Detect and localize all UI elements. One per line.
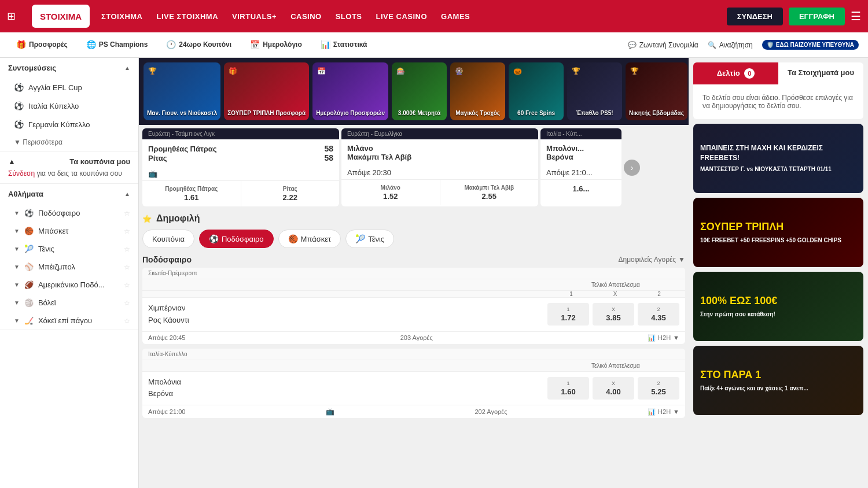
featured-match-icon-0: 📺 <box>142 167 339 180</box>
more-label: Περισσότερα <box>23 138 62 146</box>
more-markets-1[interactable]: 202 Αγορές <box>475 408 507 415</box>
featured-odd2-1[interactable]: Μακάμπι Τελ Αβίβ 2.55 <box>440 180 539 205</box>
tab-basketball[interactable]: 🏀 Μπάσκετ <box>278 230 341 248</box>
promo-card-icon-5: 🎃 <box>513 67 522 75</box>
promo-card-icon-6: 🏆 <box>572 67 580 75</box>
sidebar-sport-volleyball[interactable]: ▼ 🏐 Βόλεϊ ☆ <box>0 294 138 312</box>
sidebar-sport-hockey[interactable]: ▼ 🏒 Χόκεϊ επί πάγου ☆ <box>0 312 138 330</box>
promo-card-super-triple[interactable]: 🎁 ΣΟΥΠΕΡ ΤΡΙΠΛΗ Προσφορά <box>224 62 309 120</box>
sidebar-item-efl-cup[interactable]: ⚽ Αγγλία EFL Cup <box>0 78 138 97</box>
featured-next-arrow[interactable]: › <box>624 160 640 176</box>
promo-card-calendar[interactable]: 📅 Ημερολόγιο Προσφορών <box>312 62 388 120</box>
promo-banner-1[interactable]: ΣΟΥΠΕΡ ΤΡΙΠΛΗ 10€ FREEBET +50 FREESPINS … <box>693 198 863 267</box>
hamburger-menu[interactable]: ☰ <box>851 9 861 23</box>
team2-1: Βερόνα <box>148 388 543 400</box>
featured-match-league-1: Ευρώπη - Ευρωλίγκα <box>341 128 538 139</box>
nav-slots[interactable]: SLOTS <box>336 12 362 21</box>
tab-coupons[interactable]: Κουπόνια <box>142 230 194 248</box>
football-star[interactable]: ☆ <box>124 209 130 217</box>
search-button[interactable]: 🔍 Αναζήτηση <box>708 41 753 49</box>
coupons-login-link[interactable]: Σύνδεση <box>8 169 35 178</box>
sidebar-item-germany-cup[interactable]: ⚽ Γερμανία Κύπελλο <box>0 115 138 134</box>
tab-tennis[interactable]: 🎾 Τένις <box>345 230 394 248</box>
sidebar-item-italy-cup[interactable]: ⚽ Ιταλία Κύπελλο <box>0 97 138 115</box>
nav-offers[interactable]: 🎁 Προσφορές <box>9 32 75 57</box>
grid-icon[interactable]: ⊞ <box>7 10 16 23</box>
live-chat-button[interactable]: 💬 Ζωντανή Συνομιλία <box>628 41 698 49</box>
nav-stoixima[interactable]: ΣΤΟΙΧΗΜΑ <box>101 12 143 21</box>
promo-banner-sub-3: Παίξε 4+ αγώνες και αν χάσεις 1 ανεπ... <box>700 385 808 393</box>
featured-team2-row-1: Μακάμπι Τελ Αβίβ <box>347 153 532 161</box>
chevron-down-markets: ▼ <box>678 256 685 264</box>
hockey-star[interactable]: ☆ <box>124 317 130 325</box>
register-button[interactable]: ΕΓΓΡΑΦΗ <box>789 8 845 25</box>
sidebar-sport-basketball[interactable]: ▼ 🏀 Μπάσκετ ☆ <box>0 222 138 240</box>
shortcuts-label: Συντομεύσεις <box>8 64 56 72</box>
promo-banner-3[interactable]: ΣΤΟ ΠΑΡΑ 1 Παίξε 4+ αγώνες και αν χάσεις… <box>693 346 863 415</box>
volleyball-icon: 🏐 <box>24 298 34 307</box>
promo-banner-0[interactable]: ΜΠΑΙΝΕΙΣ ΣΤΗ ΜΑΧΗ ΚΑΙ ΚΕΡΔΙΖΕΙΣ FREEBETS… <box>693 124 863 193</box>
sidebar-sport-tennis[interactable]: ▼ 🎾 Τένις ☆ <box>0 240 138 258</box>
odd-btn-2-1[interactable]: 2 5.25 <box>638 377 679 400</box>
tab-football[interactable]: ⚽ Ποδόσφαιρο <box>199 230 274 248</box>
featured-odd1-0[interactable]: Προμηθέας Πάτρας 1.61 <box>142 181 241 206</box>
match-odds-0: 1 1.72 Χ 3.85 2 4.35 <box>547 303 679 326</box>
featured-odd2-0[interactable]: Ρίτας 2.22 <box>241 181 340 206</box>
shortcuts-more[interactable]: ▼ Περισσότερα <box>0 134 138 151</box>
shortcuts-header[interactable]: Συντομεύσεις ▲ <box>0 58 138 78</box>
promo-card-icon-1: 🎁 <box>229 67 237 75</box>
h2h-button-0[interactable]: 📊 H2H ▼ <box>648 334 679 342</box>
sidebar-sport-american-football[interactable]: ▼ 🏈 Αμερικάνικο Ποδό... ☆ <box>0 276 138 294</box>
sidebar-sport-football[interactable]: ▼ ⚽ Ποδόσφαιρο ☆ <box>0 204 138 222</box>
basketball-star[interactable]: ☆ <box>124 227 130 235</box>
american-football-icon: 🏈 <box>24 280 34 289</box>
promo-card-ps5[interactable]: 🏆 Έπαθλο PS5! <box>567 62 622 120</box>
nav-ps-champions[interactable]: 🌐 PS Champions <box>79 32 155 57</box>
promo-card-ps-champions[interactable]: 🏆 Μαν. Γιουν. vs Νιούκαστλ <box>144 62 220 120</box>
basketball-icon: 🏀 <box>24 227 34 235</box>
login-button[interactable]: ΣΥΝΔΕΣΗ <box>727 8 783 25</box>
more-markets-0[interactable]: 203 Αγορές <box>400 334 433 341</box>
nav-calendar[interactable]: 📅 Ημερολόγιο <box>243 32 309 57</box>
site-logo[interactable]: STOIXIMA <box>32 5 90 28</box>
coupons-label: Τα κουπόνια μου <box>69 157 130 166</box>
betslip-tab-my-bets[interactable]: Τα Στοιχήματά μου <box>778 62 863 84</box>
featured-time-2: Απόψε 21:0... <box>540 166 621 179</box>
nav-24h-coupon[interactable]: 🕐 24ωρο Κουπόνι <box>159 32 238 57</box>
sports-section: Αθλήματα ▲ ▼ ⚽ Ποδόσφαιρο ☆ ▼ 🏀 Μπάσκετ … <box>0 184 138 330</box>
sports-header[interactable]: Αθλήματα ▲ <box>0 184 138 204</box>
h2h-button-1[interactable]: 📊 H2H ▼ <box>648 408 679 416</box>
promo-card-cash[interactable]: 🎰 3.000€ Μετρητά <box>392 62 447 120</box>
main-layout: Συντομεύσεις ▲ ⚽ Αγγλία EFL Cup ⚽ Ιταλία… <box>0 58 868 488</box>
odd-btn-1-1[interactable]: 1 1.60 <box>547 377 589 400</box>
nav-stats[interactable]: 📊 Στατιστικά <box>314 32 374 57</box>
odd-btn-2-0[interactable]: 2 4.35 <box>638 303 679 326</box>
odd-btn-1-0[interactable]: 1 1.72 <box>547 303 589 326</box>
odd-btn-x-0[interactable]: Χ 3.85 <box>593 303 634 326</box>
american-football-star[interactable]: ☆ <box>124 281 130 289</box>
promo-card-wheel[interactable]: 🎡 Μαγικός Τροχός <box>450 62 505 120</box>
nav-virtuals[interactable]: VIRTUALS+ <box>232 12 277 21</box>
volleyball-star[interactable]: ☆ <box>124 299 130 307</box>
featured-odd1-2[interactable]: 1.6... <box>540 180 621 198</box>
odd-label-x-1: Χ <box>601 380 626 386</box>
responsible-gaming-badge[interactable]: 🛡️ ΕΔΩ ΠΑΙΖΟΥΜΕ ΥΠΕΥΘΥΝΑ <box>762 40 859 50</box>
promo-card-free-spins[interactable]: 🎃 60 Free Spins <box>509 62 564 120</box>
promo-banner-2[interactable]: 100% ΕΩΣ 100€ Στην πρώτη σου κατάθεση! <box>693 272 863 341</box>
nav-live-stoixima[interactable]: LIVE ΣΤΟΙΧΗΜΑ <box>157 12 219 21</box>
popular-markets-button[interactable]: Δημοφιλείς Αγορές ▼ <box>618 256 685 264</box>
sidebar-sport-baseball[interactable]: ▼ ⚾ Μπέιζμπολ ☆ <box>0 258 138 276</box>
tennis-star[interactable]: ☆ <box>124 245 130 253</box>
nav-live-casino[interactable]: LIVE CASINO <box>376 12 428 21</box>
betslip-tab-active[interactable]: Δελτίο 0 <box>693 62 778 84</box>
nav-games[interactable]: GAMES <box>441 12 470 21</box>
baseball-star[interactable]: ☆ <box>124 263 130 271</box>
promo-banner-main-3: ΣΤΟ ΠΑΡΑ 1 <box>700 368 808 382</box>
promo-card-week-winner[interactable]: 🏆 Νικητής Εβδομάδας <box>626 62 687 120</box>
football-chevron: ▼ <box>14 210 20 216</box>
featured-odd1-1[interactable]: Μιλάνο 1.52 <box>341 180 440 205</box>
promo-card-icon-0: 🏆 <box>148 67 157 75</box>
odd-btn-x-1[interactable]: Χ 4.00 <box>593 377 634 400</box>
match-row-0: Σκωτία-Πρέμιερσιπ Τελικό Αποτελεσμα 1 Χ <box>142 268 685 344</box>
nav-casino[interactable]: CASINO <box>290 12 322 21</box>
